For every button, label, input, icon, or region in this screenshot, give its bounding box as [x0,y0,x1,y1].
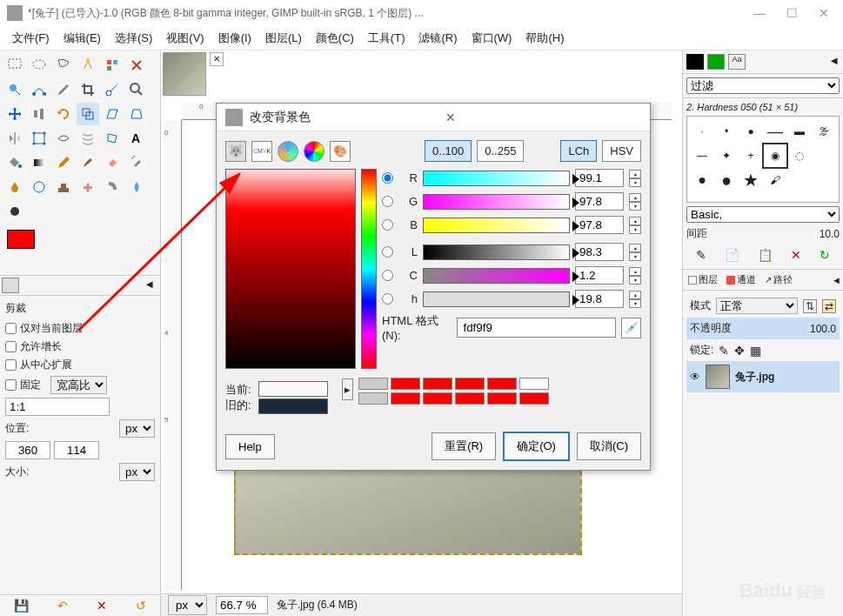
undo-icon[interactable]: ↶ [57,599,68,613]
history-swatch[interactable] [423,392,452,405]
b-value-input[interactable] [575,216,624,234]
ok-button[interactable]: 确定(O) [503,432,570,461]
layer-name[interactable]: 兔子.jpg [735,370,774,385]
gradient-tool[interactable] [28,151,50,174]
brush-preview[interactable]: ·•● —▬🌫 —✦+ ◉◌ ●● ★🖌 [686,116,840,203]
maximize-button[interactable]: ☐ [786,6,798,20]
menu-file[interactable]: 文件(F) [7,27,55,50]
spin-down[interactable]: ▾ [629,178,641,187]
menu-window[interactable]: 窗口(W) [466,27,518,50]
pos-x-input[interactable] [5,441,50,459]
font-tab-icon[interactable]: Aa [728,54,746,70]
l-radio[interactable] [382,246,393,258]
spin-down[interactable]: ▾ [629,202,641,211]
edit-brush-icon[interactable]: ✎ [696,248,706,262]
heal-tool[interactable] [77,176,99,198]
r-slider[interactable] [423,171,570,186]
pencil-tool[interactable] [52,151,75,174]
c-slider[interactable] [423,268,570,284]
fg-color-swatch[interactable] [7,230,35,249]
del-brush-icon[interactable]: ✕ [791,248,801,262]
delete-icon[interactable]: ✕ [97,599,107,613]
blur-tool[interactable] [125,176,148,198]
close-button[interactable]: ✕ [819,6,829,20]
menu-edit[interactable]: 编辑(E) [58,27,106,50]
align-tool[interactable] [28,103,50,125]
wheel-picker-icon[interactable] [304,141,324,162]
eyedropper-icon[interactable]: 💉 [621,318,641,338]
html-notation-input[interactable] [457,318,616,338]
filter-select[interactable]: 过滤 [686,77,840,94]
lch-button[interactable]: LCh [560,140,597,162]
layers-tab[interactable]: 图层 [685,271,721,288]
menu-layer[interactable]: 图层(L) [260,27,307,50]
refresh-brush-icon[interactable]: ↻ [820,248,830,262]
l-slider[interactable] [423,244,570,260]
spin-up[interactable]: ▴ [629,291,641,299]
menu-filter[interactable]: 滤镜(R) [413,27,462,50]
clone-tool[interactable] [52,176,75,198]
pattern-tab-icon[interactable] [707,54,725,70]
eraser-tool[interactable] [101,151,124,174]
spin-up[interactable]: ▴ [629,193,641,202]
spin-down[interactable]: ▾ [629,299,641,308]
spacing-value[interactable]: 10.0 [820,228,840,240]
tool-options-tab[interactable] [2,278,19,293]
free-select-tool[interactable] [52,54,75,77]
watercolor-picker-icon[interactable] [278,141,298,162]
h-value-input[interactable] [575,290,624,308]
fuzzy-select-tool[interactable] [77,54,99,77]
panel-menu-icon[interactable]: ◄ [832,275,841,285]
bucket-fill-tool[interactable] [3,151,26,174]
move-tool[interactable] [3,103,26,125]
pos-y-input[interactable] [54,441,99,459]
cage-tool[interactable] [101,127,124,150]
minimize-button[interactable]: — [753,6,766,20]
history-swatch[interactable] [358,392,388,405]
menu-select[interactable]: 选择(S) [110,27,157,50]
g-value-input[interactable] [575,192,624,211]
text-tool[interactable]: A [125,127,148,150]
zoom-tool[interactable] [125,78,148,101]
h-radio[interactable] [382,293,393,305]
status-unit-select[interactable]: px [168,595,207,615]
history-swatch[interactable] [358,378,388,390]
shear-tool[interactable] [101,103,124,125]
history-swatch[interactable] [423,378,452,390]
flip-tool[interactable] [3,127,26,150]
dialog-close-button[interactable]: ✕ [445,110,641,124]
ellipse-select-tool[interactable] [28,54,50,77]
r-radio[interactable] [382,172,393,184]
image-tab[interactable]: ✕ [163,52,224,96]
range-0-255-button[interactable]: 0..255 [477,140,524,162]
palette-picker-icon[interactable]: 🎨 [330,141,351,162]
paintbrush-tool[interactable] [77,151,99,174]
menu-view[interactable]: 视图(V) [161,27,209,50]
dup-brush-icon[interactable]: 📋 [758,248,773,262]
color-picker-tool[interactable] [52,78,75,101]
brush-group-select[interactable]: Basic, [686,206,840,223]
unified-transform-tool[interactable] [28,127,50,150]
gimp-picker-icon[interactable]: 🐺 [225,141,246,162]
menu-help[interactable]: 帮助(H) [520,27,569,50]
hue-strip[interactable] [361,169,377,369]
expand-center-checkbox[interactable] [5,359,17,371]
history-swatch[interactable] [455,378,485,390]
history-swatch[interactable] [391,378,420,390]
mode-toggle-icon[interactable]: ⇅ [803,299,817,313]
g-slider[interactable] [423,194,570,210]
lock-pixels-icon[interactable]: ✎ [719,344,729,358]
current-color-swatch[interactable] [258,381,328,397]
current-layer-only-checkbox[interactable] [5,323,17,334]
ratio-input[interactable] [5,398,110,416]
tab-close-button[interactable]: ✕ [210,52,224,66]
spin-down[interactable]: ▾ [629,252,641,261]
color-select-tool[interactable] [101,54,124,77]
allow-grow-checkbox[interactable] [5,341,17,352]
warp-tool[interactable] [77,127,99,150]
menu-tools[interactable]: 工具(T) [363,27,411,50]
spin-down[interactable]: ▾ [629,225,641,234]
scale-tool[interactable] [77,103,99,125]
history-swatch[interactable] [391,392,420,405]
lock-position-icon[interactable]: ✥ [734,344,745,358]
